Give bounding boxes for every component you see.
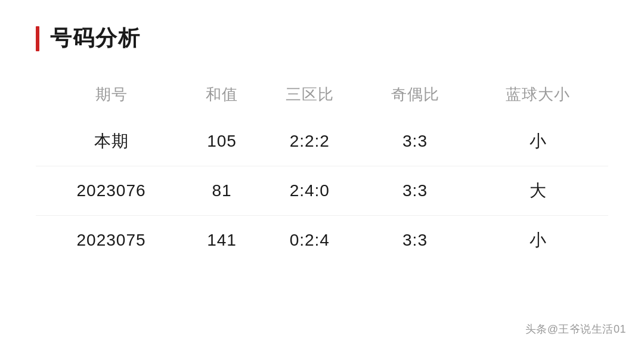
table-row: 本期 105 2:2:2 3:3 小 — [36, 117, 608, 166]
cell-sum-2: 141 — [187, 216, 257, 265]
cell-odd-even-2: 3:3 — [363, 216, 468, 265]
col-header-sum: 和值 — [187, 77, 257, 117]
cell-zone-2: 0:2:4 — [257, 216, 363, 265]
table-header: 期号 和值 三区比 奇偶比 蓝球大小 — [36, 77, 608, 117]
cell-zone-0: 2:2:2 — [257, 117, 363, 166]
col-header-ball: 蓝球大小 — [467, 77, 608, 117]
col-header-issue: 期号 — [36, 77, 187, 117]
main-container: 号码分析 期号 和值 三区比 奇偶比 蓝球大小 本期 105 2:2:2 3:3… — [0, 0, 644, 347]
analysis-table: 期号 和值 三区比 奇偶比 蓝球大小 本期 105 2:2:2 3:3 小 20… — [36, 77, 608, 265]
table-row: 2023076 81 2:4:0 3:3 大 — [36, 166, 608, 216]
cell-odd-even-0: 3:3 — [363, 117, 468, 166]
header-row: 期号 和值 三区比 奇偶比 蓝球大小 — [36, 77, 608, 117]
section-header: 号码分析 — [36, 24, 608, 53]
cell-issue-1: 2023076 — [36, 166, 187, 216]
cell-ball-0: 小 — [467, 117, 608, 166]
cell-ball-2: 小 — [467, 216, 608, 265]
cell-zone-1: 2:4:0 — [257, 166, 363, 216]
cell-odd-even-1: 3:3 — [363, 166, 468, 216]
cell-ball-1: 大 — [467, 166, 608, 216]
cell-issue-0: 本期 — [36, 117, 187, 166]
table-row: 2023075 141 0:2:4 3:3 小 — [36, 216, 608, 265]
cell-sum-1: 81 — [187, 166, 257, 216]
section-title: 号码分析 — [50, 24, 141, 53]
watermark: 头条@王爷说生活01 — [525, 322, 626, 336]
cell-sum-0: 105 — [187, 117, 257, 166]
table-body: 本期 105 2:2:2 3:3 小 2023076 81 2:4:0 3:3 … — [36, 117, 608, 265]
red-accent-bar — [36, 26, 39, 51]
col-header-zone: 三区比 — [257, 77, 363, 117]
cell-issue-2: 2023075 — [36, 216, 187, 265]
col-header-odd-even: 奇偶比 — [363, 77, 468, 117]
